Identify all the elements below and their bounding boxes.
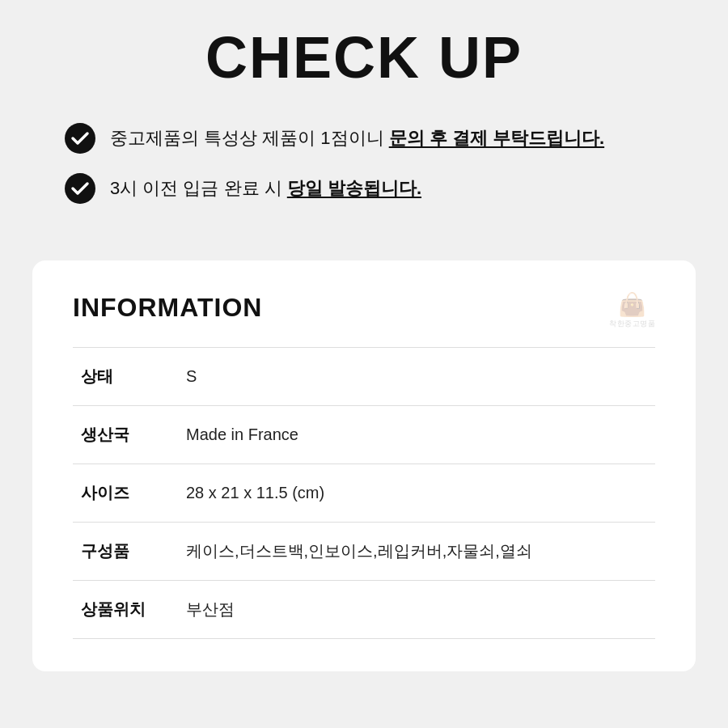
value-size: 28 x 21 x 11.5 (cm) bbox=[178, 464, 655, 523]
checklist-text-before-1: 중고제품의 특성상 제품이 1점이니 bbox=[110, 128, 389, 148]
checklist: 중고제품의 특성상 제품이 1점이니 문의 후 결제 부탁드립니다. 3시 이전… bbox=[49, 123, 679, 204]
bag-icon: 👜 bbox=[609, 291, 655, 318]
label-origin: 생산국 bbox=[73, 406, 178, 464]
checklist-text-highlight-1: 문의 후 결제 부탁드립니다. bbox=[389, 128, 604, 148]
page-title: CHECK UP bbox=[49, 24, 679, 91]
information-title: INFORMATION bbox=[73, 293, 655, 323]
checklist-text-highlight-2: 당일 발송됩니다. bbox=[287, 178, 421, 198]
table-row-components: 구성품 케이스,더스트백,인보이스,레입커버,자물쇠,열쇠 bbox=[73, 523, 655, 581]
checklist-text-1: 중고제품의 특성상 제품이 1점이니 문의 후 결제 부탁드립니다. bbox=[110, 126, 604, 151]
value-status: S bbox=[178, 348, 655, 406]
value-components: 케이스,더스트백,인보이스,레입커버,자물쇠,열쇠 bbox=[178, 523, 655, 581]
value-location: 부산점 bbox=[178, 581, 655, 639]
information-card: INFORMATION 👜 착한중고명품 상태 S 생산국 Made in Fr… bbox=[32, 260, 696, 671]
value-origin: Made in France bbox=[178, 406, 655, 464]
label-size: 사이즈 bbox=[73, 464, 178, 523]
brand-watermark: 👜 착한중고명품 bbox=[609, 291, 655, 329]
checklist-item-1: 중고제품의 특성상 제품이 1점이니 문의 후 결제 부탁드립니다. bbox=[65, 123, 663, 154]
svg-point-0 bbox=[65, 123, 95, 154]
table-row-status: 상태 S bbox=[73, 348, 655, 406]
table-row-size: 사이즈 28 x 21 x 11.5 (cm) bbox=[73, 464, 655, 523]
table-row-origin: 생산국 Made in France bbox=[73, 406, 655, 464]
top-section: CHECK UP 중고제품의 특성상 제품이 1점이니 문의 후 결제 부탁드립… bbox=[0, 0, 728, 244]
label-location: 상품위치 bbox=[73, 581, 178, 639]
checkmark-icon-1 bbox=[65, 123, 95, 154]
checklist-text-2: 3시 이전 입금 완료 시 당일 발송됩니다. bbox=[110, 176, 421, 201]
table-row-location: 상품위치 부산점 bbox=[73, 581, 655, 639]
checkmark-icon-2 bbox=[65, 173, 95, 204]
label-components: 구성품 bbox=[73, 523, 178, 581]
brand-label: 착한중고명품 bbox=[609, 320, 655, 329]
information-table: 상태 S 생산국 Made in France 사이즈 28 x 21 x 11… bbox=[73, 347, 655, 639]
svg-point-1 bbox=[65, 173, 95, 204]
label-status: 상태 bbox=[73, 348, 178, 406]
checklist-item-2: 3시 이전 입금 완료 시 당일 발송됩니다. bbox=[65, 173, 663, 204]
checklist-text-before-2: 3시 이전 입금 완료 시 bbox=[110, 178, 287, 198]
